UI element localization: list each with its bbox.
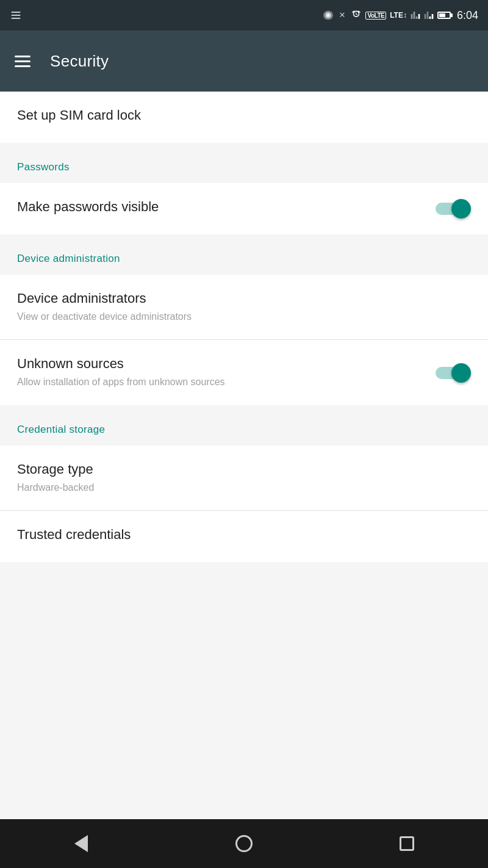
device-administration-header-label: Device administration xyxy=(17,253,120,264)
unknown-sources-subtitle: Allow installation of apps from unknown … xyxy=(17,375,436,389)
device-administrators-subtitle: View or deactivate device administrators xyxy=(17,310,471,324)
menu-icon[interactable] xyxy=(15,56,30,67)
volte-icon: VoLTE xyxy=(365,12,386,20)
status-bar-left xyxy=(10,9,22,21)
credential-storage-header-label: Credential storage xyxy=(17,424,105,435)
toggle-thumb xyxy=(451,199,471,219)
svg-rect-0 xyxy=(12,12,21,13)
home-button[interactable] xyxy=(226,825,262,862)
sim-card-lock-title: Set up SIM card lock xyxy=(17,107,471,123)
back-icon xyxy=(74,835,88,852)
svg-rect-2 xyxy=(12,18,21,19)
alarm-icon xyxy=(351,10,362,21)
credential-storage-section-header: Credential storage xyxy=(0,405,488,446)
toolbar: Security xyxy=(0,31,488,92)
list-status-icon xyxy=(10,9,22,21)
svg-rect-1 xyxy=(12,15,21,16)
unknown-sources-item[interactable]: Unknown sources Allow installation of ap… xyxy=(0,340,488,405)
device-administration-section-header: Device administration xyxy=(0,234,488,275)
device-administrators-title: Device administrators xyxy=(17,291,471,306)
toggle-thumb-2 xyxy=(451,363,471,383)
battery-icon xyxy=(437,12,451,19)
back-button[interactable] xyxy=(63,825,99,862)
content-area: Set up SIM card lock Passwords Make pass… xyxy=(0,92,488,819)
make-passwords-visible-text: Make passwords visible xyxy=(17,199,436,219)
unknown-sources-toggle[interactable] xyxy=(436,363,471,383)
sim-card-lock-text: Set up SIM card lock xyxy=(17,107,471,127)
bottom-navigation xyxy=(0,819,488,868)
signal2-icon xyxy=(424,10,434,21)
wifi-icon xyxy=(323,10,334,21)
signal1-icon xyxy=(411,10,420,21)
unknown-sources-title: Unknown sources xyxy=(17,356,436,372)
make-passwords-visible-item[interactable]: Make passwords visible xyxy=(0,183,488,234)
storage-type-text: Storage type Hardware-backed xyxy=(17,461,471,494)
page-title: Security xyxy=(50,52,109,71)
make-passwords-visible-title: Make passwords visible xyxy=(17,199,436,215)
storage-type-subtitle: Hardware-backed xyxy=(17,481,471,494)
storage-type-title: Storage type xyxy=(17,461,471,477)
storage-type-item[interactable]: Storage type Hardware-backed xyxy=(0,446,488,510)
status-bar: VoLTE LTE↕ 6:04 xyxy=(0,0,488,31)
trusted-credentials-text: Trusted credentials xyxy=(17,527,471,546)
passwords-header-label: Passwords xyxy=(17,161,70,173)
lte-icon: LTE↕ xyxy=(390,11,407,20)
recents-icon xyxy=(400,836,414,851)
passwords-section-header: Passwords xyxy=(0,143,488,183)
make-passwords-visible-toggle[interactable] xyxy=(436,199,471,219)
recents-button[interactable] xyxy=(389,825,425,862)
status-bar-right: VoLTE LTE↕ 6:04 xyxy=(323,9,478,22)
unknown-sources-text: Unknown sources Allow installation of ap… xyxy=(17,356,436,389)
home-icon xyxy=(235,835,253,852)
status-time: 6:04 xyxy=(457,9,478,22)
device-administrators-text: Device administrators View or deactivate… xyxy=(17,291,471,324)
trusted-credentials-item[interactable]: Trusted credentials xyxy=(0,511,488,562)
device-administrators-item[interactable]: Device administrators View or deactivate… xyxy=(0,275,488,339)
sim-card-lock-item[interactable]: Set up SIM card lock xyxy=(0,92,488,143)
trusted-credentials-title: Trusted credentials xyxy=(17,527,471,543)
bluetooth-icon xyxy=(337,10,347,21)
